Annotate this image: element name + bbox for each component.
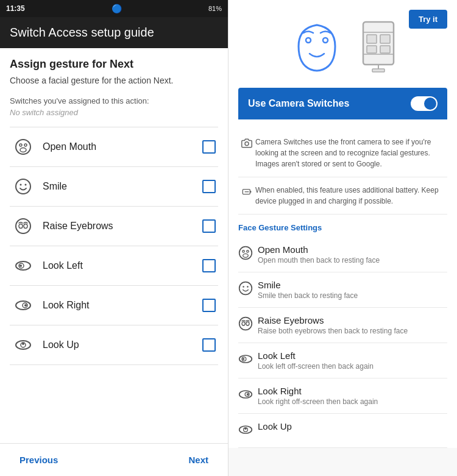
svg-point-36 [247, 250, 249, 252]
svg-point-52 [244, 428, 246, 430]
svg-point-8 [19, 224, 23, 229]
svg-point-44 [239, 355, 252, 363]
camera-switch-label: Use Camera Switches [248, 98, 349, 109]
svg-point-15 [24, 304, 27, 307]
svg-point-3 [20, 148, 26, 152]
svg-point-39 [243, 286, 244, 288]
smile-label: Smile [43, 181, 202, 192]
look-right-icon [12, 294, 34, 316]
look-up-label: Look Up [43, 339, 202, 350]
svg-point-20 [323, 38, 328, 43]
right-look-right-desc: Look right off-screen then back again [258, 397, 447, 406]
smile-checkbox[interactable] [202, 180, 216, 193]
raise-eyebrows-icon [12, 215, 34, 237]
svg-point-1 [19, 144, 22, 146]
battery-info-icon [238, 186, 255, 199]
switches-label: Switches you've assigned to this action: [10, 96, 218, 105]
right-gesture-look-right[interactable]: Look Right Look right off-screen then ba… [238, 378, 447, 414]
no-switch-label: No switch assigned [10, 108, 218, 117]
svg-rect-25 [380, 35, 390, 43]
right-raise-eyebrows-name: Raise Eyebrows [258, 315, 447, 325]
right-raise-eyebrows-icon [238, 316, 258, 334]
content-area: Assign gesture for Next Choose a facial … [0, 48, 228, 443]
right-gesture-list: Open Mouth Open mouth then back to resti… [228, 237, 457, 448]
gesture-item-raise-eyebrows[interactable]: Raise Eyebrows [10, 207, 218, 246]
raise-eyebrows-checkbox[interactable] [202, 219, 216, 233]
svg-point-12 [19, 265, 22, 267]
svg-rect-27 [380, 46, 390, 53]
svg-rect-24 [367, 35, 377, 43]
right-look-left-desc: Look left off-screen then back again [258, 362, 447, 371]
raise-eyebrows-label: Raise Eyebrows [43, 221, 202, 232]
right-gesture-look-up[interactable]: Look Up [238, 414, 447, 448]
look-up-checkbox[interactable] [202, 338, 216, 352]
svg-point-19 [306, 38, 311, 43]
svg-point-49 [247, 393, 249, 395]
camera-info-icon [238, 138, 255, 151]
smile-icon [12, 176, 34, 197]
right-look-right-text: Look Right Look right off-screen then ba… [258, 386, 447, 406]
svg-point-38 [239, 282, 252, 295]
assign-title: Assign gesture for Next [10, 58, 218, 71]
look-left-checkbox[interactable] [202, 259, 216, 272]
camera-switch-bar[interactable]: Use Camera Switches [238, 88, 447, 119]
gesture-item-look-right[interactable]: Look Right [10, 286, 218, 325]
look-right-label: Look Right [43, 300, 202, 311]
svg-point-47 [239, 391, 252, 398]
svg-point-30 [245, 142, 249, 146]
right-gesture-look-left[interactable]: Look Left Look left off-screen then back… [238, 343, 447, 378]
status-battery: 81% [208, 5, 222, 12]
assign-subtitle: Choose a facial gesture for the action N… [10, 76, 218, 85]
face-illustration [286, 16, 400, 77]
svg-point-13 [16, 301, 30, 310]
gesture-item-smile[interactable]: Smile [10, 167, 218, 207]
svg-rect-29 [372, 69, 384, 72]
face-svg [286, 16, 347, 77]
right-open-mouth-icon [238, 246, 258, 263]
gesture-list: Open Mouth Smile [10, 127, 218, 365]
right-smile-icon [238, 281, 258, 299]
svg-point-7 [16, 219, 30, 233]
svg-point-6 [25, 184, 27, 186]
right-look-up-icon [238, 422, 258, 440]
battery-info-text: When enabled, this feature uses addition… [255, 185, 447, 207]
svg-point-43 [246, 322, 249, 325]
right-raise-eyebrows-desc: Raise both eyebrows then back to resting… [258, 327, 447, 335]
svg-point-9 [24, 224, 27, 229]
app-header-title: Switch Access setup guide [10, 26, 154, 39]
info-item-battery: When enabled, this feature uses addition… [238, 177, 447, 215]
next-button[interactable]: Next [183, 452, 213, 467]
svg-point-46 [243, 358, 244, 360]
gesture-item-look-up[interactable]: Look Up [10, 325, 218, 365]
look-left-label: Look Left [43, 260, 202, 271]
look-up-icon [12, 334, 34, 356]
svg-point-41 [239, 318, 252, 330]
right-panel: Try it [228, 0, 457, 476]
right-gesture-raise-eyebrows[interactable]: Raise Eyebrows Raise both eyebrows then … [238, 308, 447, 343]
status-icons: 81% [208, 5, 222, 12]
info-item-camera: Camera Switches use the front camera to … [238, 129, 447, 177]
try-it-button[interactable]: Try it [409, 10, 447, 29]
gesture-item-open-mouth[interactable]: Open Mouth [10, 127, 218, 167]
app-icon-status: 🔵 [112, 4, 122, 13]
face-gesture-settings-label: Face Gesture Settings [228, 215, 457, 237]
svg-rect-26 [367, 46, 377, 53]
right-open-mouth-text: Open Mouth Open mouth then back to resti… [258, 244, 447, 265]
right-gesture-open-mouth[interactable]: Open Mouth Open mouth then back to resti… [238, 237, 447, 272]
right-look-right-icon [238, 387, 258, 405]
open-mouth-checkbox[interactable] [202, 140, 216, 154]
right-gesture-smile[interactable]: Smile Smile then back to resting face [238, 272, 447, 308]
look-right-checkbox[interactable] [202, 299, 216, 312]
svg-point-5 [20, 184, 22, 186]
svg-point-4 [16, 179, 30, 194]
camera-switch-toggle[interactable] [411, 96, 438, 111]
right-open-mouth-desc: Open mouth then back to resting face [258, 256, 447, 265]
right-open-mouth-name: Open Mouth [258, 244, 447, 255]
right-look-left-name: Look Left [258, 350, 447, 361]
right-raise-eyebrows-text: Raise Eyebrows Raise both eyebrows then … [258, 315, 447, 335]
gesture-item-look-left[interactable]: Look Left [10, 246, 218, 286]
open-mouth-icon [12, 136, 34, 158]
open-mouth-label: Open Mouth [43, 141, 202, 152]
previous-button[interactable]: Previous [15, 452, 63, 467]
left-panel: 11:35 🔵 81% Switch Access setup guide As… [0, 0, 228, 476]
